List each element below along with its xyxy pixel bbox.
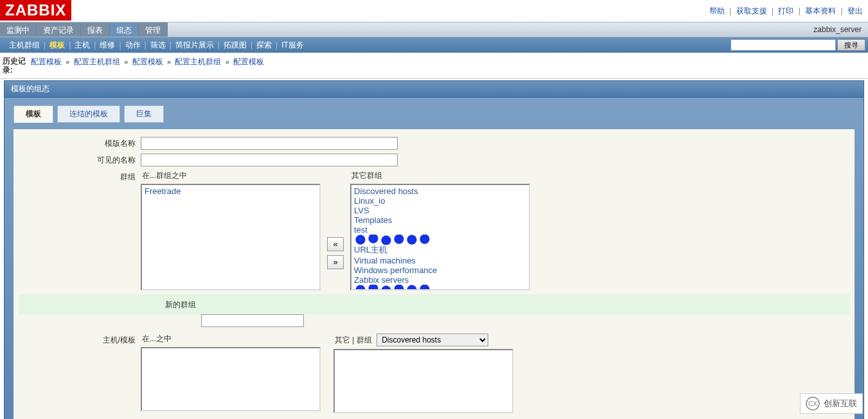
watermark-text: 创新互联 xyxy=(824,398,857,409)
input-template-name[interactable] xyxy=(141,137,398,150)
nav2-templates[interactable]: 模板 xyxy=(46,40,69,51)
move-right-button[interactable]: » xyxy=(327,255,344,269)
history-label: 历史记录: xyxy=(3,57,31,75)
nav1-monitoring[interactable]: 监测中 xyxy=(0,22,37,37)
link-profile[interactable]: 基本资料 xyxy=(805,6,836,15)
header-links: 帮助 | 获取支援 | 打印 | 基本资料 | 登出 xyxy=(709,0,868,17)
listbox-in-groups[interactable]: Freetrade xyxy=(141,184,321,290)
breadcrumbs: 配置模板 » 配置主机群组 » 配置模板 » 配置主机群组 » 配置模板 xyxy=(31,57,264,75)
nav2-slideshow[interactable]: 简报片展示 xyxy=(172,40,218,51)
crumb[interactable]: 配置主机群组 xyxy=(74,57,120,66)
nav2-hosts[interactable]: 主机 xyxy=(71,40,94,51)
label-in-groups: 在...群组之中 xyxy=(141,170,321,181)
label-groups: 群组 xyxy=(19,170,141,183)
history-bar: 历史记录: 配置模板 » 配置主机群组 » 配置模板 » 配置主机群组 » 配置… xyxy=(0,53,868,79)
form-area: 模版名称 可见的名称 群组 在...群组之中 Freetrade xyxy=(13,129,855,419)
listbox-option[interactable]: test xyxy=(354,225,526,235)
listbox-option[interactable]: Discovered hosts xyxy=(354,186,526,196)
nav2: 主机群组| 模板| 主机| 维修| 动作| 筛选| 简报片展示| 拓蹼图| 探索… xyxy=(0,37,868,53)
input-new-group[interactable] xyxy=(201,314,304,327)
nav2-screening[interactable]: 筛选 xyxy=(146,40,170,51)
tabs: 模板 连结的模板 巨集 xyxy=(13,105,855,123)
search-input[interactable] xyxy=(731,39,836,51)
mover-buttons: « » xyxy=(321,170,350,290)
listbox-other-groups[interactable]: Discovered hostsLinux_ioLVSTemplatestest… xyxy=(350,184,530,290)
server-name: zabbix_server xyxy=(807,22,868,37)
link-logout[interactable]: 登出 xyxy=(847,6,863,15)
tab-template[interactable]: 模板 xyxy=(13,105,53,123)
nav2-itservices[interactable]: IT服务 xyxy=(278,40,308,51)
move-left-button[interactable]: « xyxy=(327,237,344,251)
crumb[interactable]: 配置模板 xyxy=(132,57,163,66)
listbox-option[interactable] xyxy=(354,235,526,244)
listbox-other-hosts[interactable] xyxy=(333,349,513,413)
label-other-groups: 其它群组 xyxy=(350,170,530,181)
link-support[interactable]: 获取支援 xyxy=(736,6,767,15)
nav1: 监测中 资产记录 报表 组态 管理 zabbix_server xyxy=(0,22,868,37)
nav2-maps[interactable]: 拓蹼图 xyxy=(220,40,251,51)
listbox-option[interactable]: Windows performance xyxy=(354,265,526,275)
search-button[interactable]: 搜寻 xyxy=(837,39,865,51)
listbox-option[interactable]: Zabbix servers xyxy=(354,275,526,285)
listbox-option[interactable] xyxy=(354,285,526,290)
svg-text:CX: CX xyxy=(808,400,817,407)
watermark-icon: CX xyxy=(806,397,820,411)
crumb[interactable]: 配置模板 xyxy=(31,57,62,66)
nav2-hostgroups[interactable]: 主机群组 xyxy=(5,40,44,51)
tab-macros[interactable]: 巨集 xyxy=(124,105,164,123)
listbox-option[interactable]: Linux_io xyxy=(354,196,526,206)
crumb[interactable]: 配置主机群组 xyxy=(175,57,221,66)
crumb[interactable]: 配置模板 xyxy=(233,57,264,66)
label-other-hosts: 其它 | 群组 Discovered hosts xyxy=(333,334,513,346)
nav1-inventory[interactable]: 资产记录 xyxy=(37,22,81,37)
label-name: 模版名称 xyxy=(19,137,141,149)
search-box: 搜寻 xyxy=(731,39,865,51)
link-help[interactable]: 帮助 xyxy=(709,6,725,15)
watermark: CX 创新互联 xyxy=(800,393,863,414)
nav2-actions[interactable]: 动作 xyxy=(121,40,145,51)
input-visible-name[interactable] xyxy=(141,154,398,166)
label-in: 在...之中 xyxy=(141,334,321,344)
panel-body: 模板 连结的模板 巨集 模版名称 可见的名称 群组 在...群组之中 xyxy=(4,98,864,419)
link-print[interactable]: 打印 xyxy=(778,6,793,15)
listbox-option[interactable]: Templates xyxy=(354,215,526,225)
listbox-option[interactable]: URL主机 xyxy=(354,244,526,256)
listbox-option[interactable]: LVS xyxy=(354,206,526,215)
dropdown-hostgroup[interactable]: Discovered hosts xyxy=(376,334,488,346)
header: ZABBIX 帮助 | 获取支援 | 打印 | 基本资料 | 登出 xyxy=(0,0,868,22)
label-hosts: 主机/模板 xyxy=(19,334,141,346)
nav2-discovery[interactable]: 探索 xyxy=(252,40,276,51)
nav1-reports[interactable]: 报表 xyxy=(81,22,110,37)
nav1-configuration[interactable]: 组态 xyxy=(110,22,139,37)
tab-linked[interactable]: 连结的模板 xyxy=(57,105,120,123)
nav1-administration[interactable]: 管理 xyxy=(139,22,168,37)
panel-title: 模板的组态 xyxy=(4,80,864,98)
listbox-in-hosts[interactable] xyxy=(141,347,321,411)
nav2-maintenance[interactable]: 维修 xyxy=(96,40,119,51)
listbox-option[interactable]: Virtual machines xyxy=(354,256,526,265)
listbox-option[interactable]: Freetrade xyxy=(145,186,317,196)
label-visible: 可见的名称 xyxy=(19,154,141,166)
label-new-group: 新的群组 xyxy=(19,298,201,310)
logo[interactable]: ZABBIX xyxy=(0,0,71,21)
